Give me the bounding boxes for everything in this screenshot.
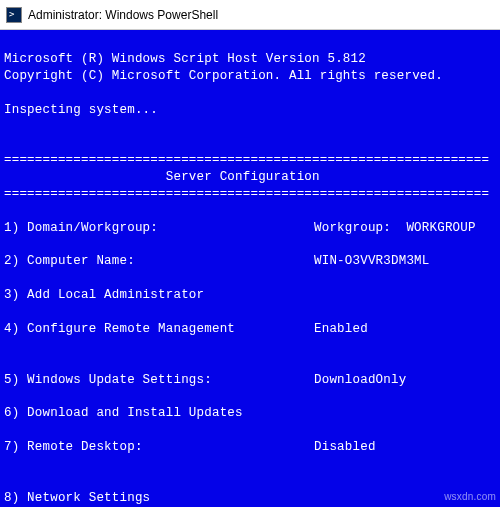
powershell-window: Administrator: Windows PowerShell Micros… <box>0 0 500 507</box>
divider-bottom: ========================================… <box>4 187 489 201</box>
menu-label: 4) Configure Remote Management <box>4 321 314 338</box>
menu-label: 3) Add Local Administrator <box>4 287 314 304</box>
powershell-icon <box>6 7 22 23</box>
menu-item-6: 6) Download and Install Updates <box>4 405 500 422</box>
menu-item-1: 1) Domain/Workgroup:Workgroup: WORKGROUP <box>4 220 500 237</box>
terminal-body[interactable]: Microsoft (R) Windows Script Host Versio… <box>0 30 500 507</box>
menu-label: 2) Computer Name: <box>4 253 314 270</box>
menu-item-3: 3) Add Local Administrator <box>4 287 500 304</box>
window-title: Administrator: Windows PowerShell <box>28 8 218 22</box>
window-titlebar[interactable]: Administrator: Windows PowerShell <box>0 0 500 30</box>
menu-label: 8) Network Settings <box>4 490 314 507</box>
menu-item-5: 5) Windows Update Settings:DownloadOnly <box>4 372 500 389</box>
menu-value: Disabled <box>314 439 376 456</box>
menu-item-7: 7) Remote Desktop:Disabled <box>4 439 500 456</box>
watermark-text: wsxdn.com <box>444 490 496 504</box>
menu-label: 6) Download and Install Updates <box>4 405 314 422</box>
menu-label: 1) Domain/Workgroup: <box>4 220 314 237</box>
menu-item-2: 2) Computer Name:WIN-O3VVR3DM3ML <box>4 253 500 270</box>
script-host-line: Microsoft (R) Windows Script Host Versio… <box>4 52 366 66</box>
menu-value: DownloadOnly <box>314 372 406 389</box>
divider-top: ========================================… <box>4 153 489 167</box>
menu-label: 5) Windows Update Settings: <box>4 372 314 389</box>
config-title: Server Configuration <box>4 170 320 184</box>
menu-label: 7) Remote Desktop: <box>4 439 314 456</box>
inspecting-line: Inspecting system... <box>4 103 158 117</box>
menu-value: Enabled <box>314 321 368 338</box>
menu-value: Workgroup: WORKGROUP <box>314 220 476 237</box>
menu-item-4: 4) Configure Remote ManagementEnabled <box>4 321 500 338</box>
copyright-line: Copyright (C) Microsoft Corporation. All… <box>4 69 443 83</box>
menu-value: WIN-O3VVR3DM3ML <box>314 253 430 270</box>
menu-item-8: 8) Network Settings <box>4 490 500 507</box>
